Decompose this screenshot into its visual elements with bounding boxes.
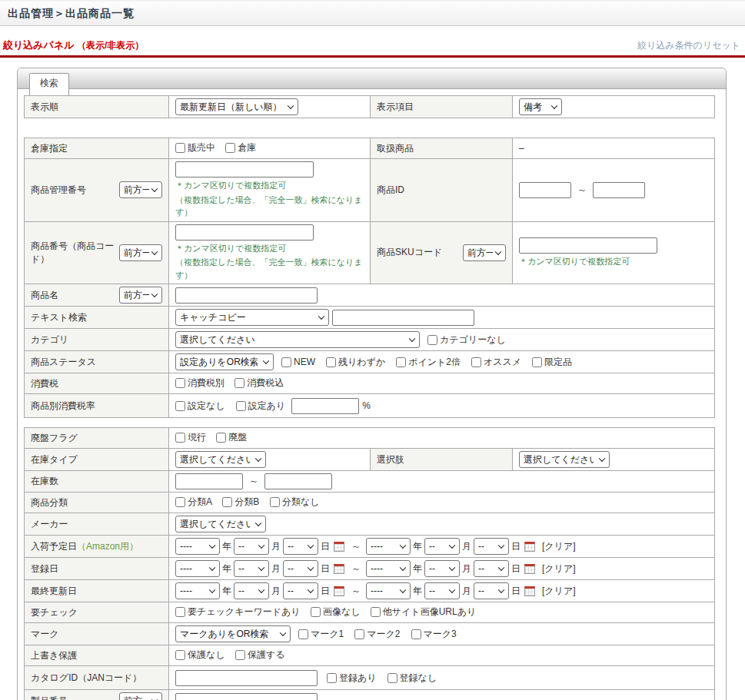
cb-status-limited[interactable]: 限定品 bbox=[532, 356, 572, 369]
filter-toggle-link[interactable]: （表示/非表示） bbox=[77, 40, 144, 51]
cb-not-registered[interactable]: 登録なし bbox=[387, 672, 437, 685]
tax-included-checkbox[interactable] bbox=[234, 378, 244, 388]
product-no-input[interactable] bbox=[175, 224, 314, 241]
mark3-checkbox[interactable] bbox=[411, 629, 421, 639]
no-protection-checkbox[interactable] bbox=[175, 650, 185, 660]
category-select[interactable]: 選択してください bbox=[175, 331, 420, 348]
status-double-points-checkbox[interactable] bbox=[396, 357, 406, 367]
tax-rate-set-checkbox[interactable] bbox=[236, 401, 246, 411]
calendar-icon[interactable] bbox=[334, 586, 344, 596]
current-checkbox[interactable] bbox=[175, 433, 185, 443]
cb-no-category[interactable]: カテゴリーなし bbox=[427, 333, 506, 347]
external-image-url-checkbox[interactable] bbox=[371, 607, 381, 617]
stock-qty-to-input[interactable] bbox=[264, 473, 332, 489]
update-to-day-select[interactable]: -- bbox=[474, 582, 509, 599]
cb-mark3[interactable]: マーク3 bbox=[411, 628, 457, 641]
stock-qty-from-input[interactable] bbox=[175, 473, 243, 489]
cb-no-image[interactable]: 画像なし bbox=[311, 605, 361, 619]
text-search-type-select[interactable]: キャッチコピー bbox=[175, 309, 329, 326]
mgmt-no-match-select[interactable]: 前方一致 bbox=[119, 181, 162, 198]
register-to-month-select[interactable]: -- bbox=[424, 560, 460, 577]
register-to-year-select[interactable]: ---- bbox=[366, 560, 411, 577]
cb-tax-excluded[interactable]: 消費税別 bbox=[175, 377, 224, 390]
cb-warehouse[interactable]: 倉庫 bbox=[225, 141, 256, 154]
register-from-day-select[interactable]: -- bbox=[283, 560, 318, 577]
cb-tax-rate-none[interactable]: 設定なし bbox=[175, 400, 225, 413]
arrival-from-month-select[interactable]: -- bbox=[234, 538, 269, 555]
class-b-checkbox[interactable] bbox=[222, 497, 232, 507]
cb-class-b[interactable]: 分類B bbox=[222, 496, 259, 509]
cb-status-recommended[interactable]: オススメ bbox=[471, 356, 521, 369]
warehouse-checkbox[interactable] bbox=[225, 143, 235, 153]
update-date-clear-link[interactable]: [クリア] bbox=[542, 585, 576, 598]
class-none-checkbox[interactable] bbox=[270, 497, 280, 507]
product-id-from-input[interactable] bbox=[519, 182, 571, 198]
mgmt-no-input[interactable] bbox=[175, 161, 314, 177]
mark2-checkbox[interactable] bbox=[354, 629, 364, 639]
tax-excluded-checkbox[interactable] bbox=[175, 378, 185, 388]
calendar-icon[interactable] bbox=[524, 542, 535, 552]
calendar-icon[interactable] bbox=[334, 564, 344, 574]
model-no-input[interactable] bbox=[175, 693, 318, 700]
mark1-checkbox[interactable] bbox=[298, 629, 308, 639]
cb-on-sale[interactable]: 販売中 bbox=[175, 141, 215, 154]
cb-tax-included[interactable]: 消費税込 bbox=[234, 377, 284, 390]
product-name-match-select[interactable]: 前方一致 bbox=[119, 287, 162, 304]
cb-status-low-stock[interactable]: 残りわずか bbox=[326, 356, 385, 369]
cb-current[interactable]: 現行 bbox=[175, 431, 206, 444]
status-limited-checkbox[interactable] bbox=[532, 357, 542, 367]
update-from-month-select[interactable]: -- bbox=[234, 582, 269, 599]
tax-rate-input[interactable] bbox=[291, 398, 359, 414]
register-to-day-select[interactable]: -- bbox=[474, 560, 509, 577]
cb-no-protection[interactable]: 保護なし bbox=[175, 649, 225, 662]
registered-checkbox[interactable] bbox=[327, 673, 337, 683]
choices-select[interactable]: 選択してください bbox=[519, 451, 610, 468]
status-low-stock-checkbox[interactable] bbox=[326, 357, 336, 367]
arrival-date-clear-link[interactable]: [クリア] bbox=[542, 540, 576, 553]
product-no-match-select[interactable]: 前方一致 bbox=[119, 244, 162, 261]
product-id-to-input[interactable] bbox=[593, 182, 645, 198]
update-from-year-select[interactable]: ---- bbox=[175, 582, 220, 599]
update-to-month-select[interactable]: -- bbox=[424, 582, 460, 599]
reset-conditions-link[interactable]: 絞り込み条件のリセット bbox=[637, 39, 740, 52]
arrival-to-year-select[interactable]: ---- bbox=[366, 538, 411, 555]
arrival-from-year-select[interactable]: ---- bbox=[175, 538, 220, 555]
model-no-match-select[interactable]: 前方一致 bbox=[119, 692, 162, 700]
class-a-checkbox[interactable] bbox=[175, 497, 185, 507]
status-new-checkbox[interactable] bbox=[281, 357, 291, 367]
product-name-input[interactable] bbox=[175, 287, 318, 304]
tax-rate-none-checkbox[interactable] bbox=[175, 401, 185, 411]
no-image-checkbox[interactable] bbox=[311, 607, 321, 617]
cb-check-keyword[interactable]: 要チェックキーワードあり bbox=[175, 605, 301, 619]
sku-input[interactable] bbox=[519, 237, 657, 254]
sku-match-select[interactable]: 前方一致 bbox=[463, 244, 506, 261]
register-from-month-select[interactable]: -- bbox=[234, 560, 269, 577]
catalog-id-input[interactable] bbox=[175, 670, 318, 686]
protect-checkbox[interactable] bbox=[235, 650, 245, 660]
mark-or-select[interactable]: マークありをOR検索 bbox=[175, 625, 291, 642]
update-to-year-select[interactable]: ---- bbox=[366, 582, 411, 599]
status-recommended-checkbox[interactable] bbox=[471, 357, 481, 367]
cb-status-new[interactable]: NEW bbox=[281, 357, 315, 367]
display-item-select[interactable]: 備考 bbox=[519, 98, 562, 115]
calendar-icon[interactable] bbox=[524, 564, 535, 574]
check-keyword-checkbox[interactable] bbox=[175, 607, 185, 617]
register-date-clear-link[interactable]: [クリア] bbox=[542, 562, 576, 576]
cb-protect[interactable]: 保護する bbox=[235, 649, 285, 662]
arrival-to-day-select[interactable]: -- bbox=[474, 538, 509, 555]
stock-type-select[interactable]: 選択してください bbox=[175, 451, 266, 468]
cb-discontinued[interactable]: 廃盤 bbox=[216, 431, 247, 444]
calendar-icon[interactable] bbox=[524, 586, 535, 596]
cb-class-a[interactable]: 分類A bbox=[175, 496, 212, 509]
cb-external-image-url[interactable]: 他サイト画像URLあり bbox=[371, 605, 476, 619]
no-category-checkbox[interactable] bbox=[427, 335, 437, 345]
cb-class-none[interactable]: 分類なし bbox=[270, 496, 320, 509]
not-registered-checkbox[interactable] bbox=[387, 673, 397, 683]
text-search-input[interactable] bbox=[332, 310, 474, 326]
register-from-year-select[interactable]: ---- bbox=[175, 560, 220, 577]
maker-select[interactable]: 選択してください bbox=[175, 516, 266, 532]
update-from-day-select[interactable]: -- bbox=[283, 582, 318, 599]
cb-mark2[interactable]: マーク2 bbox=[354, 628, 400, 641]
status-or-select[interactable]: 設定ありをOR検索 bbox=[175, 353, 274, 370]
cb-status-double-points[interactable]: ポイント2倍 bbox=[396, 356, 461, 369]
